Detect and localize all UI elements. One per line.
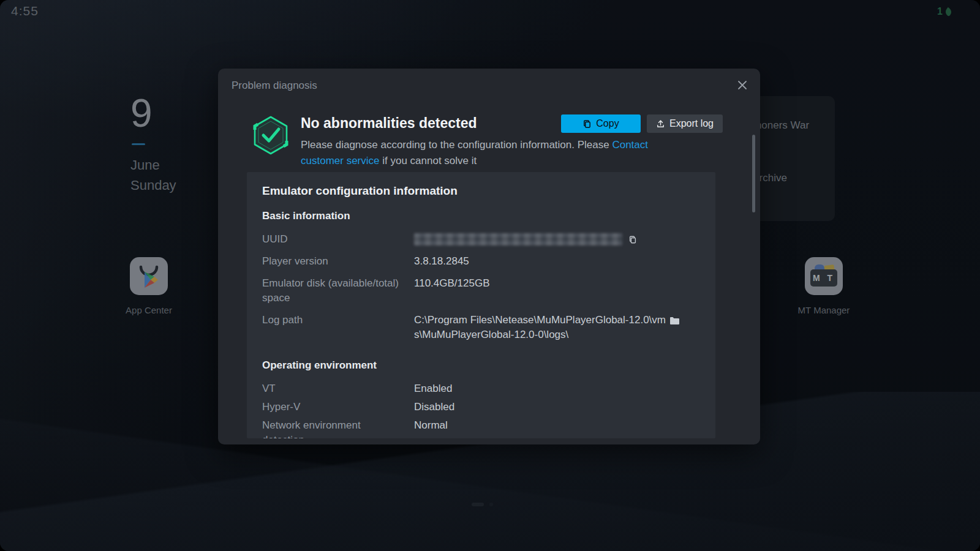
status-title: No abnormalities detected: [301, 115, 477, 132]
config-panel: Emulator configuration information Basic…: [247, 172, 715, 438]
config-row-hyper-v: Hyper-V Disabled: [262, 400, 700, 414]
problem-diagnosis-dialog: Problem diagnosis No abnormalities detec…: [218, 69, 760, 444]
status-description: Please diagnose according to the configu…: [301, 137, 690, 169]
emulator-window: 4:55 1 9 June Sunday App Center: [0, 0, 980, 551]
close-icon[interactable]: [734, 77, 750, 93]
export-button-label: Export log: [669, 118, 714, 129]
config-row-uuid: UUID: [262, 232, 700, 247]
shield-check-icon: [250, 114, 292, 157]
config-row-player-version: Player version 3.8.18.2845: [262, 254, 700, 269]
export-log-button[interactable]: Export log: [647, 114, 723, 133]
config-row-log-path: Log path C:\Program Files\Netease\MuMuPl…: [262, 313, 700, 342]
copy-button[interactable]: Copy: [561, 114, 641, 133]
dialog-scrollbar-thumb[interactable]: [752, 135, 755, 212]
config-row-network-detection: Network environment detection Normal: [262, 418, 700, 438]
copy-icon: [582, 119, 592, 129]
copy-button-label: Copy: [596, 118, 619, 129]
config-row-vt: VT Enabled: [262, 381, 700, 396]
section-heading: Operating environment: [262, 359, 700, 372]
dialog-title: Problem diagnosis: [232, 80, 317, 92]
section-heading: Basic information: [262, 210, 700, 222]
config-row-disk-space: Emulator disk (available/total) space 11…: [262, 276, 700, 305]
folder-icon[interactable]: [669, 317, 679, 324]
config-panel-title: Emulator configuration information: [262, 184, 700, 198]
export-icon: [656, 119, 665, 129]
uuid-value-redacted: [414, 233, 622, 246]
copy-icon[interactable]: [628, 235, 637, 244]
